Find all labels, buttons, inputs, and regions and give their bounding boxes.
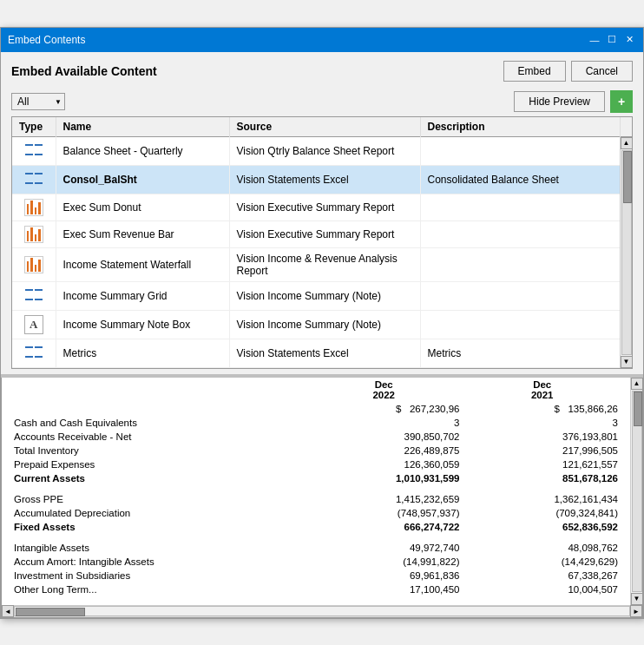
table-scroll-inner[interactable]: Balance Sheet - QuarterlyVision Qtrly Ba… [12,137,620,368]
preview-scroll-inner[interactable]: Dec 2022 Dec 2021 $ 267,230,96 $ 135,866… [2,378,630,605]
table-row[interactable]: Income Summary GridVision Income Summary… [12,281,620,310]
fin-row-label: Total Inventory [10,444,305,457]
scroll-up-btn[interactable]: ▲ [621,137,633,149]
fin-row-val2: 1,362,161,434 [463,492,621,506]
table-row[interactable]: Income Statement WaterfallVision Income … [12,247,620,281]
embed-table-body: Balance Sheet - QuarterlyVision Qtrly Ba… [12,137,620,368]
fin-row-val1: 126,360,059 [305,457,463,471]
preview-scrollbar[interactable]: ▲ ▼ [630,378,642,605]
fin-data-row [10,534,621,541]
fin-row-val2: 67,338,267 [463,569,621,582]
preview-scroll-area: Dec 2022 Dec 2021 $ 267,230,96 $ 135,866… [2,378,642,605]
grid-icon [24,286,43,306]
fin-col-headers: Dec 2022 Dec 2021 [10,378,621,402]
fin-row-label: Cash and Cash Equivalents [10,416,305,430]
name-cell: Exec Sum Revenue Bar [56,220,229,247]
source-cell: Vision Statements Excel [229,165,420,194]
fin-data-row: Accounts Receivable - Net 390,850,702 37… [10,430,621,444]
fin-row-val2: 217,996,505 [463,444,621,457]
fin-data-row [10,485,621,492]
preview-scroll-track[interactable] [632,391,642,592]
title-bar: Embed Contents — ☐ ✕ [1,28,643,52]
table-row[interactable]: Balance Sheet - QuarterlyVision Qtrly Ba… [12,137,620,166]
fin-row-val1: 390,850,702 [305,430,463,444]
type-cell [12,220,56,247]
name-cell: Consol_BalSht [56,165,229,194]
fin-row-label: Current Assets [10,471,305,485]
fin-row-label: Intangible Assets [10,541,305,555]
h-scroll-right-btn[interactable]: ► [630,605,642,617]
fin-row-val2: (14,429,629) [463,555,621,569]
minimize-button[interactable]: — [588,33,601,47]
type-cell [12,281,56,310]
fin-row-val2: 851,678,126 [463,471,621,485]
hide-preview-button[interactable]: Hide Preview [514,91,605,112]
fin-row-val2: (709,324,841) [463,506,621,520]
name-cell: Balance Sheet - Quarterly [56,137,229,166]
fin-spacer [10,534,621,541]
financial-table-wrap: Dec 2022 Dec 2021 $ 267,230,96 $ 135,866… [2,378,630,605]
source-cell: Vision Statements Excel [229,339,420,367]
fin-row-val1: 69,961,836 [305,569,463,582]
table-row[interactable]: Exec Sum DonutVision Executive Summary R… [12,194,620,220]
description-cell [420,247,620,281]
table-row[interactable]: Consol_BalShtVision Statements ExcelCons… [12,165,620,194]
type-cell [12,339,56,367]
header-buttons: Embed Cancel [503,61,633,82]
source-cell: Vision Income Summary (Note) [229,310,420,339]
table-scrollbar[interactable]: ▲ ▼ [620,137,632,368]
table-row[interactable]: Exec Sum Revenue BarVision Executive Sum… [12,220,620,247]
close-button[interactable]: ✕ [622,33,636,47]
maximize-button[interactable]: ☐ [605,33,619,47]
preview-section: Dec 2022 Dec 2021 $ 267,230,96 $ 135,866… [1,378,643,618]
col-desc-header: Description [420,117,620,137]
grid-icon [24,170,43,189]
fin-col2-currency: $ 135,866,26 [463,402,621,416]
description-cell: Consolidated Balance Sheet [420,165,620,194]
source-cell: Vision Executive Summary Report [229,220,420,247]
filter-select[interactable]: All Charts Tables Notes [11,93,65,110]
fin-row-val1: 49,972,740 [305,541,463,555]
fin-row-val1: 3 [305,416,463,430]
window-title: Embed Contents [8,34,85,46]
fin-row-val2: 121,621,557 [463,457,621,471]
embed-button[interactable]: Embed [503,61,566,82]
h-scroll-left-btn[interactable]: ◄ [2,605,14,617]
description-cell [420,220,620,247]
description-cell [420,310,620,339]
scroll-down-btn[interactable]: ▼ [621,356,633,368]
cancel-button[interactable]: Cancel [571,61,633,82]
preview-scroll-thumb [634,392,642,426]
fin-label-header [10,378,305,402]
fin-data-row: Intangible Assets 49,972,740 48,098,762 [10,541,621,555]
bar-chart-icon [24,226,43,243]
h-scroll-track[interactable] [14,606,630,616]
grid-icon [24,142,43,161]
source-cell: Vision Income Summary (Note) [229,281,420,310]
type-cell [12,194,56,220]
name-cell: Income Summary Grid [56,281,229,310]
description-cell: Metrics [420,339,620,367]
table-row[interactable]: AIncome Summary Note BoxVision Income Su… [12,310,620,339]
embed-table: Type Name Source Description [12,117,632,137]
fin-row-val2: 652,836,592 [463,520,621,534]
h-scroll-bar[interactable]: ◄ ► [2,605,642,617]
table-scroll-area: Balance Sheet - QuarterlyVision Qtrly Ba… [12,137,632,368]
scroll-header-spacer [620,117,632,137]
embed-contents-window: Embed Contents — ☐ ✕ Embed Available Con… [0,27,644,619]
fin-row-val2: 3 [463,416,621,430]
table-body: Balance Sheet - QuarterlyVision Qtrly Ba… [12,137,620,368]
fin-row-val1: 1,415,232,659 [305,492,463,506]
name-cell: Income Statement Waterfall [56,247,229,281]
source-cell: Vision Executive Summary Report [229,194,420,220]
add-button[interactable]: + [610,90,633,113]
preview-scroll-down-btn[interactable]: ▼ [631,593,643,605]
main-content: Embed Available Content Embed Cancel All… [1,52,643,374]
preview-scroll-up-btn[interactable]: ▲ [631,378,643,390]
title-bar-controls: — ☐ ✕ [588,33,636,47]
embed-table-container: Type Name Source Description Balance She… [11,116,633,369]
fin-row-val1: 226,489,875 [305,444,463,457]
scroll-track[interactable] [621,150,632,355]
table-row[interactable]: MetricsVision Statements ExcelMetrics [12,339,620,367]
fin-row-label: Other Long Term... [10,582,305,596]
